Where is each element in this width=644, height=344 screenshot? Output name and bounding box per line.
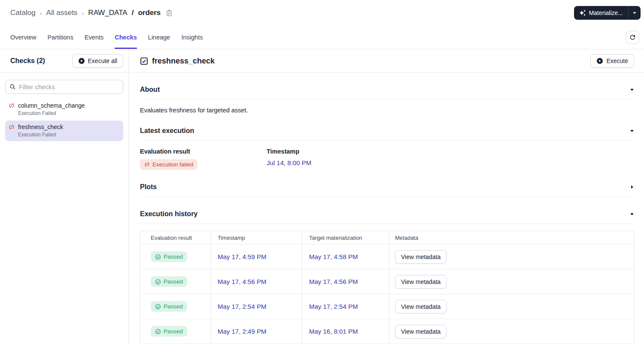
tab-insights[interactable]: Insights	[181, 26, 203, 49]
check-name: freshness_check	[18, 124, 63, 130]
view-metadata-label: View metadata	[401, 253, 440, 260]
view-metadata-button[interactable]: View metadata	[395, 300, 447, 314]
checks-sidebar: Checks (2) Execute all	[0, 49, 129, 344]
materialize-dropdown-button[interactable]	[629, 6, 641, 20]
execute-all-button[interactable]: Execute all	[72, 54, 123, 68]
filter-checks-input[interactable]	[19, 83, 119, 91]
caret-down-icon	[632, 11, 637, 15]
materialize-button[interactable]: Materialize...	[574, 6, 628, 20]
target-materialization-link[interactable]: May 16, 8:01 PM	[309, 328, 358, 335]
check-status: Execution Failed	[18, 110, 119, 116]
breadcrumb-slash: /	[132, 9, 134, 17]
timestamp-link[interactable]: May 17, 4:56 PM	[218, 278, 266, 285]
timestamp-label: Timestamp	[267, 148, 634, 155]
check-circle-icon	[155, 329, 161, 335]
passed-badge: Passed	[151, 326, 187, 337]
check-status: Execution Failed	[18, 132, 119, 138]
copy-icon[interactable]	[166, 9, 173, 16]
check-detail-content: About Evaluates freshness for targeted a…	[129, 73, 644, 344]
check-list-item-freshness-check[interactable]: freshness_check Execution Failed	[5, 121, 123, 141]
column-header-evaluation-result: Evaluation result	[140, 231, 211, 244]
breadcrumb-separator: ›	[40, 9, 42, 17]
check-detail-header: freshness_check Execute	[129, 49, 644, 73]
refresh-button[interactable]	[626, 31, 639, 44]
breadcrumb-asset-name: orders	[138, 9, 161, 17]
breadcrumb-catalog[interactable]: Catalog	[10, 9, 36, 17]
column-header-timestamp: Timestamp	[211, 231, 302, 244]
chevron-right-icon[interactable]	[630, 185, 634, 189]
passed-badge: Passed	[151, 276, 187, 287]
table-row: Passed May 17, 2:49 PM May 16, 8:01 PM V…	[140, 319, 634, 344]
execution-history-title: Execution history	[140, 210, 197, 218]
view-metadata-label: View metadata	[401, 328, 440, 335]
view-metadata-button[interactable]: View metadata	[395, 250, 447, 264]
passed-badge: Passed	[151, 301, 187, 312]
execution-failed-badge-label: Execution failed	[152, 161, 193, 168]
tab-partitions[interactable]: Partitions	[47, 26, 73, 49]
check-detail-panel: freshness_check Execute About	[129, 49, 644, 344]
view-metadata-label: View metadata	[401, 278, 440, 285]
view-metadata-button[interactable]: View metadata	[395, 325, 447, 338]
table-header-row: Evaluation result Timestamp Target mater…	[140, 231, 634, 244]
chevron-down-icon[interactable]	[630, 129, 634, 133]
timestamp-link[interactable]: May 17, 2:54 PM	[218, 303, 266, 310]
divider	[140, 99, 634, 100]
check-list-item-column-schema-change[interactable]: column_schema_change Execution Failed	[5, 99, 123, 120]
chevron-down-icon[interactable]	[630, 212, 634, 216]
table-row: Passed May 17, 2:54 PM May 17, 2:54 PM V…	[140, 294, 634, 319]
materialize-label: Materialize...	[589, 9, 623, 16]
top-bar: Catalog › All assets › RAW_DATA / orders…	[0, 0, 644, 26]
latest-execution-timestamp-link[interactable]: Jul 14, 8:00 PM	[267, 159, 311, 166]
divider	[140, 140, 634, 141]
breadcrumb-separator: ›	[82, 9, 84, 17]
passed-badge-label: Passed	[164, 253, 183, 260]
execution-failed-icon	[9, 103, 15, 109]
evaluation-result-label: Evaluation result	[140, 148, 267, 155]
execute-button[interactable]: Execute	[590, 54, 634, 68]
about-section-header[interactable]: About	[140, 86, 634, 94]
sidebar-header: Checks (2) Execute all	[0, 49, 128, 73]
execution-history-table: Evaluation result Timestamp Target mater…	[140, 231, 634, 344]
timestamp-link[interactable]: May 17, 2:49 PM	[218, 328, 266, 335]
view-metadata-button[interactable]: View metadata	[395, 275, 447, 289]
breadcrumb-all-assets[interactable]: All assets	[46, 9, 78, 17]
target-materialization-link[interactable]: May 17, 4:58 PM	[309, 253, 358, 260]
check-circle-icon	[155, 304, 161, 310]
passed-badge: Passed	[151, 251, 187, 262]
tab-checks[interactable]: Checks	[115, 26, 137, 49]
timestamp-link[interactable]: May 17, 4:59 PM	[218, 253, 266, 260]
target-materialization-link[interactable]: May 17, 4:56 PM	[309, 278, 358, 285]
latest-execution-title: Latest execution	[140, 127, 194, 135]
tab-lineage[interactable]: Lineage	[148, 26, 170, 49]
execution-history-section-header[interactable]: Execution history	[140, 210, 634, 218]
passed-badge-label: Passed	[164, 303, 183, 310]
plots-section-header[interactable]: Plots	[140, 183, 634, 191]
sparkle-icon	[579, 9, 586, 16]
execute-all-label: Execute all	[88, 57, 117, 64]
check-box-icon	[140, 57, 148, 65]
breadcrumb-asset-group[interactable]: RAW_DATA	[88, 9, 127, 17]
target-materialization-link[interactable]: May 17, 2:54 PM	[309, 303, 358, 310]
latest-execution-section-header[interactable]: Latest execution	[140, 127, 634, 135]
tab-overview[interactable]: Overview	[10, 26, 36, 49]
divider	[140, 223, 634, 224]
about-description: Evaluates freshness for targeted asset.	[140, 107, 634, 114]
chevron-down-icon[interactable]	[630, 88, 634, 92]
check-title: freshness_check	[152, 57, 215, 66]
execution-failed-badge: Execution failed	[140, 159, 197, 170]
column-header-metadata: Metadata	[389, 231, 634, 244]
table-row: Passed May 17, 4:59 PM May 17, 4:58 PM V…	[140, 244, 634, 269]
checks-count-title: Checks (2)	[10, 57, 45, 65]
filter-checks-box	[5, 80, 123, 94]
check-circle-icon	[155, 279, 161, 285]
execution-failed-icon	[9, 124, 15, 130]
tab-events[interactable]: Events	[85, 26, 103, 49]
execution-failed-icon	[144, 162, 150, 167]
plots-title: Plots	[140, 183, 157, 191]
refresh-icon	[629, 34, 636, 41]
play-circle-icon	[78, 57, 85, 64]
check-circle-icon	[155, 254, 161, 260]
passed-badge-label: Passed	[164, 328, 183, 335]
divider	[140, 196, 634, 197]
latest-execution-details: Evaluation result Execution failed Times…	[140, 148, 634, 170]
